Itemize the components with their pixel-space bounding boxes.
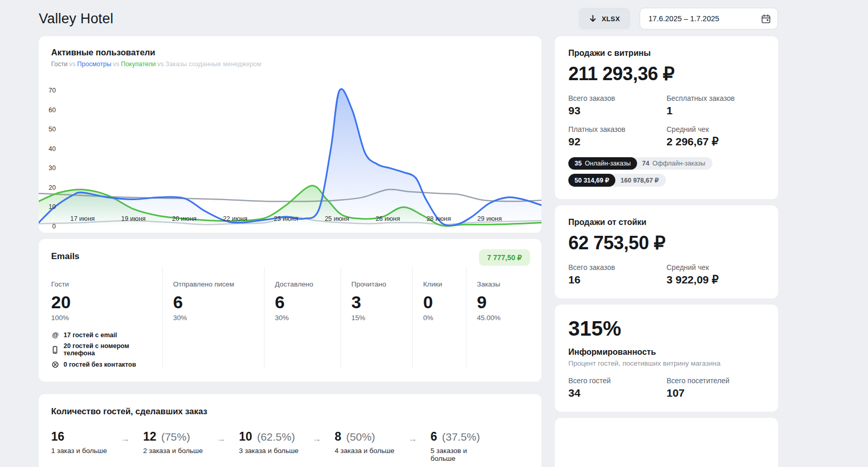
desk-total: 62 753,50 ₽: [568, 232, 765, 254]
no-contact-icon: [51, 360, 59, 368]
legend-buyers: Покупатели: [121, 61, 156, 68]
guest-contacts: @ 17 гостей с email 20 гостей с номером …: [51, 331, 162, 368]
stat-desk-orders: Всего заказов 16: [568, 263, 667, 286]
stat-total-guests: Всего гостей 34: [568, 376, 667, 399]
active-users-card: Активные пользователи ГостиvsПросмотрыvs…: [39, 36, 541, 233]
orders-amount-badge: 7 777,50 ₽: [479, 249, 530, 266]
funnel-arrow: →: [120, 433, 130, 444]
svg-text:17 июня: 17 июня: [70, 215, 95, 222]
contact-email-row: @ 17 гостей с email: [51, 331, 162, 339]
repeat-orders-title: Количество гостей, сделавших заказ: [51, 406, 529, 416]
xlsx-export-button[interactable]: XLSX: [579, 8, 630, 29]
funnel-step-5: 6 (37.5%) 5 заказов и больше: [430, 430, 480, 462]
download-icon: [589, 14, 597, 23]
offline-orders-segment: 74 Оффлайн-заказы: [637, 157, 712, 170]
svg-text:23 июня: 23 июня: [274, 215, 298, 222]
emails-title: Emails: [51, 251, 529, 262]
svg-text:29 июня: 29 июня: [477, 215, 502, 222]
storefront-stats: Всего заказов 93 Бесплатных заказов 1 Пл…: [568, 94, 765, 148]
contact-phone-row: 20 гостей с номером телефона: [51, 342, 162, 357]
chart-header: Активные пользователи ГостиvsПросмотрыvs…: [51, 48, 261, 68]
repeat-orders-card: Количество гостей, сделавших заказ 16 1 …: [39, 394, 541, 467]
email-col-delivered: Доставлено 6 30%: [264, 267, 340, 368]
main-column: Активные пользователи ГостиvsПросмотрыvs…: [39, 36, 541, 467]
storefront-sales-card: Продажи с витрины 211 293,36 ₽ Всего зак…: [555, 36, 778, 199]
phone-icon: [51, 346, 59, 354]
awareness-value: 315%: [568, 317, 765, 340]
awareness-title: Информированность: [568, 348, 765, 357]
svg-text:26 июня: 26 июня: [376, 215, 400, 222]
date-range-value: 17.6.2025 – 1.7.2025: [648, 14, 719, 23]
topbar-actions: XLSX 17.6.2025 – 1.7.2025: [579, 8, 778, 29]
email-col-sent: Отправлено писем 6 30%: [162, 267, 264, 368]
email-col-clicks: Клики 0 0%: [412, 267, 466, 368]
email-col-read: Прочитано 3 15%: [340, 267, 412, 368]
desk-stats: Всего заказов 16 Средний чек 3 922,09 ₽: [568, 263, 765, 286]
desk-title: Продажи от стойки: [568, 218, 765, 227]
repeat-orders-funnel: 16 1 заказ и больше → 12 (75%) 2 заказа …: [51, 430, 529, 462]
svg-text:25 июня: 25 июня: [324, 215, 349, 222]
offline-revenue-segment: 160 978,67 ₽: [615, 174, 666, 187]
storefront-total: 211 293,36 ₽: [568, 63, 765, 85]
chart-legend: ГостиvsПросмотрыvsПокупателиvsЗаказы соз…: [51, 61, 261, 68]
svg-text:60: 60: [49, 107, 56, 114]
online-orders-segment: 35 Онлайн-заказы: [568, 157, 637, 170]
legend-guests: Гости: [51, 61, 68, 68]
at-icon: @: [51, 331, 59, 339]
storefront-splits: 35 Онлайн-заказы 74 Оффлайн-заказы 50 31…: [568, 157, 765, 187]
orders-split-pill: 35 Онлайн-заказы 74 Оффлайн-заказы: [568, 157, 712, 170]
funnel-arrow: →: [408, 433, 417, 444]
dashboard-layout: Активные пользователи ГостиvsПросмотрыvs…: [0, 36, 868, 467]
email-funnel: Гости 20 100% @ 17 гостей с email 20 гос…: [51, 267, 529, 368]
svg-text:20 июня: 20 июня: [172, 215, 196, 222]
right-column: Продажи с витрины 211 293,36 ₽ Всего зак…: [555, 36, 778, 467]
date-range-picker[interactable]: 17.6.2025 – 1.7.2025: [640, 8, 778, 29]
desk-sales-card: Продажи от стойки 62 753,50 ₽ Всего зака…: [555, 205, 778, 298]
awareness-stats: Всего гостей 34 Всего посетителей 107: [568, 376, 765, 399]
stat-total-orders: Всего заказов 93: [568, 94, 667, 117]
svg-text:28 июня: 28 июня: [426, 215, 451, 222]
funnel-arrow: →: [216, 433, 225, 444]
partial-card: [555, 418, 778, 467]
svg-text:20: 20: [49, 184, 56, 191]
funnel-step-3: 10 (62.5%) 3 заказа и больше: [239, 430, 298, 455]
stat-desk-avg-check: Средний чек 3 922,09 ₽: [667, 263, 765, 286]
revenue-split-pill: 50 314,69 ₽ 160 978,67 ₽: [568, 174, 666, 187]
email-col-orders: Заказы 9 45.00%: [466, 267, 529, 368]
legend-manager-orders: Заказы созданные менеджером: [165, 61, 261, 68]
xlsx-label: XLSX: [601, 15, 620, 23]
calendar-icon: [761, 14, 771, 24]
legend-separator: vs: [113, 61, 119, 68]
svg-text:70: 70: [49, 87, 56, 94]
funnel-step-1: 16 1 заказ и больше: [51, 430, 107, 455]
awareness-card: 315% Информированность Процент гостей, п…: [555, 305, 778, 412]
svg-text:0: 0: [52, 223, 56, 230]
legend-views: Просмотры: [77, 61, 111, 68]
svg-text:19 июня: 19 июня: [121, 215, 145, 222]
legend-separator: vs: [158, 61, 164, 68]
stat-paid-orders: Платных заказов 92: [568, 125, 667, 148]
storefront-title: Продажи с витрины: [568, 49, 765, 58]
legend-separator: vs: [69, 61, 76, 68]
online-revenue-segment: 50 314,69 ₽: [568, 174, 615, 187]
email-col-guests: Гости 20 100% @ 17 гостей с email 20 гос…: [51, 267, 162, 368]
funnel-step-2: 12 (75%) 2 заказа и больше: [143, 430, 203, 455]
topbar: Valley Hotel XLSX 17.6.2025 – 1.7.2025: [0, 0, 868, 36]
svg-text:30: 30: [49, 164, 56, 172]
chart-title: Активные пользователи: [51, 48, 261, 57]
svg-text:10: 10: [49, 203, 56, 210]
svg-text:22 июня: 22 июня: [223, 215, 247, 222]
stat-avg-check: Средний чек 2 296,67 ₽: [667, 125, 765, 148]
svg-text:40: 40: [49, 145, 56, 153]
stat-free-orders: Бесплатных заказов 1: [667, 94, 765, 117]
page-title: Valley Hotel: [39, 11, 113, 27]
contact-none-row: 0 гостей без контактов: [51, 360, 162, 368]
stat-total-visitors: Всего посетителей 107: [667, 376, 765, 399]
funnel-arrow: →: [312, 433, 321, 444]
funnel-step-4: 8 (50%) 4 заказа и больше: [335, 430, 394, 455]
emails-card: Emails 7 777,50 ₽ Гости 20 100% @ 17 гос…: [39, 239, 541, 382]
svg-text:50: 50: [49, 126, 56, 133]
awareness-subtitle: Процент гостей, посетивших витрину магаз…: [568, 359, 765, 367]
